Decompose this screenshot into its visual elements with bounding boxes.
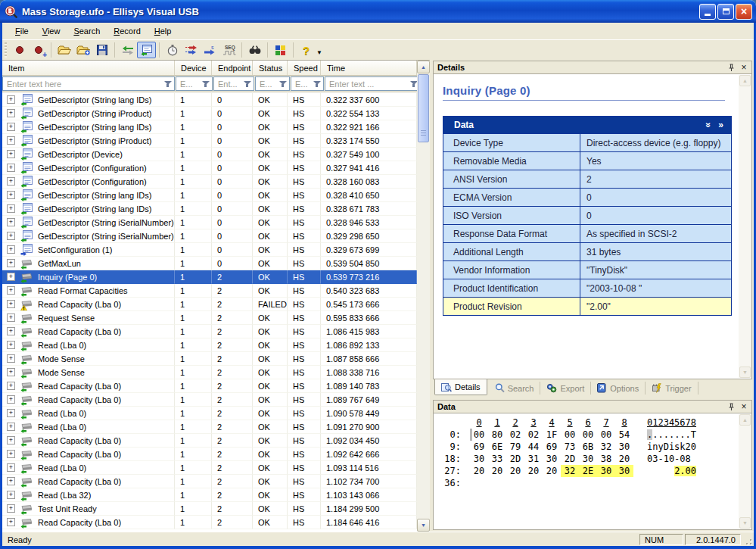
transaction-row[interactable]: +GetDescriptor (String iSerialNumber)10O…: [2, 229, 417, 243]
transaction-row[interactable]: +Read Capacity (Lba 0)12OKHS1.086 415 98…: [2, 325, 417, 338]
transfers-button[interactable]: [182, 42, 201, 58]
column-header-endpoint[interactable]: Endpoint: [212, 61, 253, 75]
timing-button[interactable]: [163, 42, 182, 58]
filter-funnel-icon[interactable]: [243, 81, 251, 89]
hex-byte[interactable]: 2D: [561, 453, 579, 465]
column-header-status[interactable]: Status: [253, 61, 288, 75]
hex-byte[interactable]: 2E: [579, 465, 597, 477]
transaction-row[interactable]: +GetDescriptor (Device)10OKHS0.327 549 1…: [2, 148, 417, 161]
expand-plus-icon[interactable]: +: [7, 245, 15, 254]
close-button[interactable]: ×: [736, 4, 752, 20]
transaction-row[interactable]: +GetDescriptor (String lang IDs)10OKHS0.…: [2, 120, 417, 134]
filter-input-device[interactable]: E...: [176, 76, 213, 91]
hex-editor[interactable]: 0123456780123456780:008002021F00000054..…: [433, 413, 752, 530]
transaction-row[interactable]: +Read Format Capacities12OKHS0.540 323 6…: [2, 284, 417, 298]
detail-row[interactable]: Removable MediaYes: [443, 151, 731, 170]
hex-byte[interactable]: 30: [597, 465, 615, 477]
toolbar-grip[interactable]: [5, 42, 7, 58]
hex-byte[interactable]: 2D: [506, 453, 524, 465]
pin-icon[interactable]: [726, 402, 736, 412]
hex-byte[interactable]: 30: [579, 453, 597, 465]
list-scrollbar[interactable]: ▲ ▼: [417, 61, 430, 532]
hex-byte[interactable]: 6B: [579, 441, 597, 453]
transaction-row[interactable]: +SetConfiguration (1)10OKHS0.329 673 699: [2, 243, 417, 257]
expand-plus-icon[interactable]: +: [7, 382, 15, 390]
transaction-row[interactable]: +Read Capacity (Lba 0)12OKHS1.184 646 41…: [2, 516, 417, 529]
transaction-row[interactable]: +Read (Lba 0)12OKHS1.091 270 900: [2, 420, 417, 434]
hex-byte[interactable]: 54: [615, 429, 633, 441]
filter-input-time[interactable]: Enter text ...: [325, 76, 421, 91]
detail-row[interactable]: Additional Length31 bytes: [443, 242, 731, 260]
save-button[interactable]: [92, 42, 111, 58]
hex-byte[interactable]: 44: [524, 441, 543, 453]
transaction-row[interactable]: +Read Capacity (Lba 0)12OKHS1.089 767 64…: [2, 393, 417, 407]
expand-plus-icon[interactable]: +: [7, 164, 15, 172]
transaction-row[interactable]: +GetDescriptor (String lang IDs)10OKHS0.…: [2, 189, 417, 202]
scroll-up-button[interactable]: ▲: [417, 61, 430, 73]
hex-byte[interactable]: 02: [506, 429, 524, 441]
hex-byte[interactable]: 00: [470, 429, 488, 441]
transaction-row[interactable]: +GetMaxLun10OKHS0.539 504 850: [2, 257, 417, 270]
hex-byte[interactable]: 00: [579, 429, 597, 441]
filter-input-speed[interactable]: E...: [291, 76, 324, 91]
hex-scroll-down[interactable]: ▼: [739, 517, 751, 529]
transaction-row[interactable]: +GetDescriptor (String iProduct)10OKHS0.…: [2, 107, 417, 120]
expand-plus-icon[interactable]: +: [7, 354, 15, 363]
filter-funnel-icon[interactable]: [278, 81, 287, 89]
scroll-thumb[interactable]: [418, 74, 429, 142]
menu-file[interactable]: File: [8, 24, 36, 38]
hex-byte[interactable]: 20: [543, 465, 561, 477]
expand-plus-icon[interactable]: +: [7, 313, 15, 322]
expand-plus-icon[interactable]: +: [7, 409, 15, 417]
expand-plus-icon[interactable]: +: [7, 232, 15, 240]
detail-row[interactable]: ECMA Version0: [443, 188, 731, 206]
hex-byte[interactable]: 02: [524, 429, 543, 441]
column-header-speed[interactable]: Speed: [288, 61, 321, 75]
tab-trigger[interactable]: Trigger: [646, 382, 698, 395]
hex-scroll-up[interactable]: ▲: [739, 414, 751, 426]
hex-byte[interactable]: 30: [615, 465, 633, 477]
detail-row[interactable]: Product Revision"2.00": [443, 297, 731, 315]
expand-plus-icon[interactable]: +: [7, 273, 15, 281]
find-button[interactable]: [245, 42, 264, 58]
expand-plus-icon[interactable]: +: [7, 368, 15, 376]
details-table-header[interactable]: Data » »: [443, 117, 731, 133]
requests-button[interactable]: s: [201, 42, 219, 58]
detail-row[interactable]: ISO Version0: [443, 206, 731, 224]
display-options-button[interactable]: [271, 42, 290, 58]
expand-plus-icon[interactable]: +: [7, 341, 15, 349]
transaction-row[interactable]: +Read Capacity (Lba 0)12OKHS1.092 034 45…: [2, 434, 417, 448]
transaction-row[interactable]: +Read Capacity (Lba 0)12OKHS1.089 140 78…: [2, 379, 417, 393]
expand-plus-icon[interactable]: +: [7, 477, 15, 485]
expand-plus-icon[interactable]: +: [7, 423, 15, 431]
details-scroll-down[interactable]: ▼: [739, 367, 751, 378]
filter-funnel-icon[interactable]: [201, 81, 210, 89]
resize-grip[interactable]: [742, 534, 752, 545]
hex-byte[interactable]: 30: [615, 441, 633, 453]
hex-byte[interactable]: 1F: [543, 429, 561, 441]
transaction-row[interactable]: +GetDescriptor (String iSerialNumber)10O…: [2, 216, 417, 229]
expand-plus-icon[interactable]: +: [7, 123, 15, 131]
transaction-row[interactable]: +GetDescriptor (String lang IDs)10OKHS0.…: [2, 93, 417, 107]
hex-byte[interactable]: 20: [470, 465, 488, 477]
tab-options[interactable]: Options: [591, 382, 646, 395]
hex-byte[interactable]: 69: [470, 441, 488, 453]
hex-byte[interactable]: 30: [470, 453, 488, 465]
column-header-time[interactable]: Time: [321, 61, 417, 75]
sequencer-button[interactable]: SEQ: [219, 42, 238, 58]
expand-plus-icon[interactable]: +: [7, 150, 15, 158]
pin-icon[interactable]: [726, 63, 736, 73]
expand-icon[interactable]: »: [718, 120, 723, 130]
maximize-button[interactable]: [717, 4, 734, 20]
column-header-device[interactable]: Device: [175, 61, 212, 75]
hex-byte[interactable]: 30: [543, 453, 561, 465]
transaction-row[interactable]: +GetDescriptor (Configuration)10OKHS0.32…: [2, 161, 417, 175]
expand-plus-icon[interactable]: +: [7, 300, 15, 308]
column-header-item[interactable]: Item: [2, 61, 175, 75]
hex-byte[interactable]: 00: [597, 429, 615, 441]
close-panel-icon[interactable]: ×: [739, 402, 749, 412]
expand-plus-icon[interactable]: +: [7, 136, 15, 145]
hex-byte[interactable]: 80: [488, 429, 506, 441]
minimize-button[interactable]: [699, 4, 716, 20]
filter-input-item[interactable]: Enter text here: [2, 76, 175, 91]
